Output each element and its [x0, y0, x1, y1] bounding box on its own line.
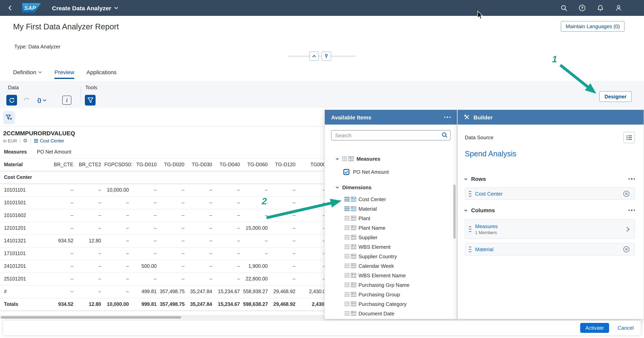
horizontal-scrollbar-thumb[interactable] [1, 316, 181, 318]
info-button[interactable] [62, 96, 72, 105]
tab-applications[interactable]: Applications [86, 64, 116, 81]
row-dimension-header[interactable]: Cost Center [0, 171, 35, 184]
data-cell[interactable]: 598,638.27 [243, 298, 271, 311]
gear-icon[interactable]: ⚙ [23, 138, 28, 143]
cancel-button[interactable]: Cancel [618, 325, 634, 331]
data-cell[interactable]: – [104, 222, 132, 234]
data-cell[interactable]: – [188, 184, 215, 196]
data-cell[interactable]: 500.00 [132, 260, 160, 272]
column-header-fgpcsds01[interactable]: FGPCSDS01 [104, 159, 132, 171]
row-header[interactable]: 25101201 [0, 273, 35, 285]
refresh-button[interactable] [6, 95, 17, 106]
data-cell[interactable]: – [104, 197, 132, 209]
drag-handle-icon[interactable] [469, 190, 472, 197]
data-cell[interactable]: – [243, 235, 271, 247]
data-cell[interactable]: – [160, 247, 188, 260]
data-cell[interactable]: 35,247.84 [188, 286, 215, 298]
data-cell[interactable]: – [132, 247, 160, 260]
data-cell[interactable]: – [76, 184, 104, 196]
data-cell[interactable]: – [104, 209, 132, 222]
data-cell[interactable]: – [132, 209, 160, 222]
chevron-down-icon[interactable] [335, 185, 340, 189]
data-cell[interactable]: – [35, 197, 76, 209]
user-button[interactable] [613, 3, 624, 14]
dimension-item-calendar-week[interactable]: Calendar Week [325, 261, 457, 270]
designer-button[interactable]: Designer [600, 91, 632, 102]
data-cell[interactable]: 357,498.75 [160, 286, 188, 298]
redo-button[interactable] [21, 95, 32, 106]
dimension-item-document-date[interactable]: Document Date [325, 309, 457, 318]
filter-bar-toggle-button[interactable] [3, 111, 15, 124]
column-header-br-cte[interactable]: BR_CTE [35, 159, 76, 171]
dimension-item-purchasing-grp-name[interactable]: Purchasing Grp Name [325, 280, 457, 290]
data-cell[interactable]: 558,938.27 [243, 286, 271, 298]
data-cell[interactable]: – [160, 209, 188, 222]
column-header-tg-d120[interactable]: TG-D120 [271, 159, 298, 171]
expand-button[interactable] [626, 226, 630, 232]
dimension-item-supplier[interactable]: Supplier [325, 232, 457, 242]
column-header-tg-d020[interactable]: TG-D020 [160, 159, 188, 171]
tab-preview[interactable]: Preview [54, 64, 74, 81]
data-cell[interactable]: – [76, 247, 104, 260]
columns-item-measures[interactable]: Measures 1 Members [465, 219, 635, 239]
help-button[interactable]: ? [576, 3, 588, 14]
data-cell[interactable]: – [35, 209, 76, 222]
data-cell[interactable]: – [243, 197, 271, 209]
dimension-item-wbs-element[interactable]: WBS Element [325, 242, 457, 251]
overflow-menu-button[interactable] [444, 115, 450, 120]
data-cell[interactable]: 29,468.92 [271, 286, 298, 298]
data-cell[interactable]: – [35, 184, 76, 196]
data-cell[interactable]: – [76, 286, 104, 298]
row-header[interactable]: 17101101 [0, 247, 35, 260]
data-cell[interactable]: – [76, 273, 104, 285]
remove-button[interactable] [623, 246, 630, 252]
row-header[interactable]: 10101602 [0, 209, 35, 222]
data-cell[interactable]: 12.80 [76, 298, 104, 311]
data-cell[interactable]: – [271, 235, 298, 247]
data-cell[interactable]: – [104, 286, 132, 298]
measures-corner-cell[interactable]: Measures [0, 146, 35, 158]
data-source-name[interactable]: Spend Analysis [465, 150, 516, 158]
data-cell[interactable]: – [188, 260, 215, 272]
data-cell[interactable]: 35,247.84 [188, 298, 215, 311]
column-header-br-cte2[interactable]: BR_CTE2 [76, 159, 104, 171]
data-cell[interactable]: – [188, 222, 215, 234]
data-cell[interactable]: – [160, 260, 188, 272]
data-cell[interactable]: – [215, 197, 243, 209]
data-cell[interactable]: – [271, 209, 298, 222]
data-cell[interactable]: – [215, 260, 243, 272]
data-cell[interactable]: – [271, 273, 298, 285]
data-cell[interactable]: – [160, 222, 188, 234]
data-cell[interactable]: 22,800.00 [243, 273, 271, 285]
data-cell[interactable]: – [243, 247, 271, 260]
maintain-languages-button[interactable]: Maintain Languages (0) [561, 21, 624, 32]
data-cell[interactable]: – [35, 222, 76, 234]
display-options-button[interactable] [624, 132, 635, 143]
data-cell[interactable]: – [188, 247, 215, 260]
back-button[interactable] [5, 3, 16, 14]
column-header-tg-d060[interactable]: TG-D060 [243, 159, 271, 171]
column-header-tg-d030[interactable]: TG-D030 [188, 159, 215, 171]
horizontal-scrollbar[interactable] [0, 315, 324, 319]
tree-group-dimensions[interactable]: Dimensions [325, 182, 457, 192]
row-header[interactable]: # [0, 286, 35, 298]
data-cell[interactable]: 29,468.92 [271, 298, 298, 311]
data-cell[interactable]: – [271, 197, 298, 209]
column-header-tg-d040[interactable]: TG-D040 [215, 159, 243, 171]
dimension-item-material[interactable]: Material [325, 204, 457, 213]
dimension-item-supplier-country[interactable]: Supplier Country [325, 251, 457, 261]
row-header[interactable]: 10101501 [0, 197, 35, 209]
data-cell[interactable]: – [76, 197, 104, 209]
data-cell[interactable]: – [35, 260, 76, 272]
columns-overflow-button[interactable] [628, 208, 635, 213]
data-cell[interactable]: – [215, 247, 243, 260]
data-cell[interactable]: – [160, 184, 188, 196]
data-cell[interactable]: – [215, 235, 243, 247]
data-cell[interactable]: – [104, 235, 132, 247]
column-header-tg-d010[interactable]: TG-D010 [132, 159, 160, 171]
data-cell[interactable]: – [188, 273, 215, 285]
data-cell[interactable]: – [160, 197, 188, 209]
data-cell[interactable]: – [215, 184, 243, 196]
data-cell[interactable]: – [215, 273, 243, 285]
data-cell[interactable]: 10,000.00 [104, 184, 132, 196]
